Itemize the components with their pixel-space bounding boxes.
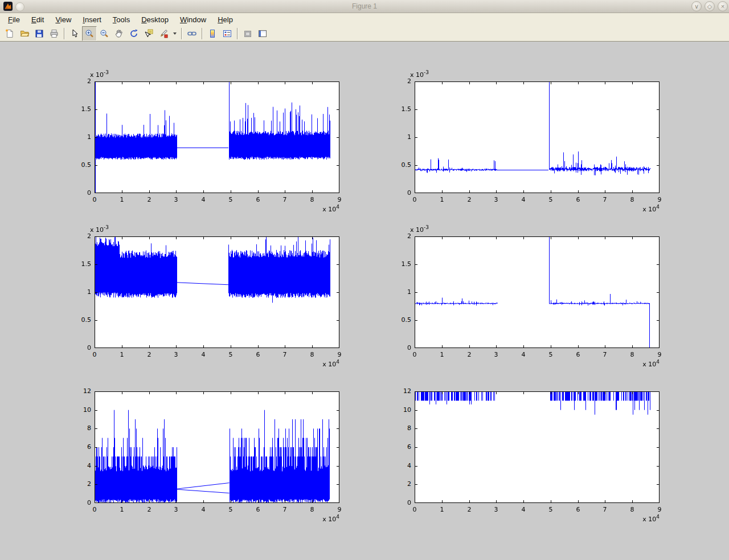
menu-help[interactable]: Help [212,14,239,25]
y-tick-label: 2 [74,480,91,488]
rotate-3d-button[interactable] [126,26,141,41]
y-tick-label: 6 [394,443,411,451]
open-folder-icon [19,28,30,39]
x-tick-label: 3 [488,506,505,513]
subplot-2[interactable]: 012345678900.511.52x 10-3x 104 [415,81,660,193]
y-tick-label: 0 [394,189,411,197]
x-tick-label: 2 [141,196,158,203]
y-tick-label: 1 [74,133,91,141]
open-file-button[interactable] [17,26,32,41]
y-tick-label: 4 [394,462,411,469]
x-tick-label: 3 [167,506,185,513]
x-tick-label: 5 [542,196,559,203]
y-tick-label: 2 [74,232,91,240]
x-tick-label: 9 [331,351,348,358]
zoom-out-button[interactable] [97,26,112,41]
printer-icon [49,28,59,39]
menu-window[interactable]: Window [174,14,212,25]
x-tick-label: 8 [624,196,641,203]
menu-desktop[interactable]: Desktop [136,14,174,25]
menu-tools[interactable]: Tools [107,14,136,25]
x-axis-exponent: x 104 [303,359,339,368]
arrow-cursor-icon [69,28,80,39]
save-figure-button[interactable] [32,26,47,41]
x-tick-label: 2 [141,506,158,513]
y-tick-label: 1 [394,288,411,296]
y-tick-label: 0.5 [74,316,91,324]
x-tick-label: 1 [113,506,130,513]
close-button[interactable]: × [718,1,728,11]
subplot-6[interactable]: 0123456789024681012x 104 [415,391,660,503]
brush-dropdown-button[interactable] [171,26,179,41]
x-tick-label: 6 [249,196,267,203]
brush-icon [158,28,169,39]
zoom-in-button[interactable] [82,26,97,41]
y-tick-label: 1.5 [394,260,411,268]
x-tick-label: 0 [406,351,423,358]
link-plot-button[interactable] [185,26,199,41]
y-tick-label: 0 [394,344,411,351]
y-tick-label: 10 [394,406,411,414]
x-tick-label: 8 [624,506,641,513]
edit-plot-button[interactable] [67,26,82,41]
hand-icon [114,28,124,39]
y-tick-label: 1.5 [394,105,411,113]
x-tick-label: 6 [570,196,587,203]
maximize-button[interactable]: ◇ [705,1,715,11]
y-tick-label: 0.5 [74,161,91,169]
pan-button[interactable] [112,26,126,41]
plot-canvas [95,236,339,348]
x-tick-label: 6 [570,506,587,513]
datatip-icon [144,28,154,39]
x-tick-label: 4 [515,506,532,513]
new-document-icon [5,28,15,39]
plot-canvas [415,391,660,503]
toolbar-separator [181,28,182,39]
subplot-1[interactable]: 012345678900.511.52x 10-3x 104 [95,81,339,193]
minimize-button[interactable]: ∨ [691,1,702,11]
x-tick-label: 9 [331,196,348,203]
y-tick-label: 1.5 [74,260,91,268]
zoom-in-icon [84,28,95,39]
x-tick-label: 5 [222,351,239,358]
x-tick-label: 4 [515,196,532,203]
subplot-5[interactable]: 0123456789024681012x 104 [95,391,339,503]
x-tick-label: 4 [195,506,212,513]
show-plot-tools-button[interactable] [255,26,270,41]
menu-view[interactable]: View [50,14,77,25]
subplot-3[interactable]: 012345678900.511.52x 10-3x 104 [95,236,339,348]
x-tick-label: 6 [249,351,267,358]
x-tick-label: 3 [488,351,505,358]
x-tick-label: 1 [433,196,450,203]
menu-file[interactable]: File [2,14,26,25]
subplot-4[interactable]: 012345678900.511.52x 10-3x 104 [415,236,660,348]
y-tick-label: 4 [74,462,91,469]
menu-bar: FileEditViewInsertToolsDesktopWindowHelp [0,13,729,26]
x-tick-label: 4 [515,351,532,358]
x-tick-label: 9 [331,506,348,513]
insert-colorbar-button[interactable] [205,26,220,41]
hide-plot-tools-button[interactable] [240,26,255,41]
menu-insert[interactable]: Insert [77,14,107,25]
x-tick-label: 4 [195,351,212,358]
y-tick-label: 10 [74,406,91,414]
x-tick-label: 6 [249,506,267,513]
new-figure-button[interactable] [2,26,17,41]
insert-legend-button[interactable] [220,26,235,41]
y-tick-label: 12 [74,387,91,395]
x-axis-exponent: x 104 [303,514,339,523]
x-axis-exponent: x 104 [623,514,660,523]
print-figure-button[interactable] [47,26,62,41]
legend-icon [222,28,232,39]
floppy-disk-icon [34,28,44,39]
x-tick-label: 0 [406,196,423,203]
plot-canvas [95,391,339,503]
y-axis-exponent: x 10-3 [90,224,136,234]
brush-data-button[interactable] [156,26,171,41]
menu-edit[interactable]: Edit [26,14,50,25]
x-tick-label: 8 [304,351,321,358]
toolbar-separator [64,28,65,39]
data-cursor-button[interactable] [141,26,156,41]
chain-link-icon [187,28,197,39]
x-tick-label: 2 [461,506,478,513]
